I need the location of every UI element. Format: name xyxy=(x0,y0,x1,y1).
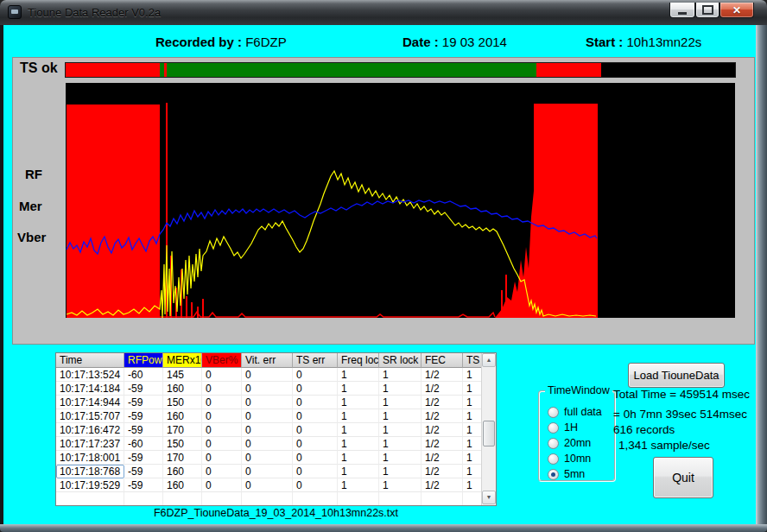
table-cell[interactable]: 0 xyxy=(202,451,242,465)
table-cell[interactable]: 1 xyxy=(338,478,379,492)
radio-option-20mn[interactable]: 20mn xyxy=(548,436,591,450)
table-cell[interactable]: 1 xyxy=(379,437,422,451)
table-row[interactable]: 10:17:18:001-59170000111/21 xyxy=(56,451,496,465)
table-cell[interactable]: 1 xyxy=(379,451,422,465)
table-cell[interactable]: -59 xyxy=(124,423,163,437)
table-cell[interactable]: -60 xyxy=(124,437,163,451)
load-tiounedata-button[interactable]: Load TiouneData xyxy=(628,363,725,388)
table-cell[interactable]: 0 xyxy=(293,465,338,478)
table-cell[interactable]: 0 xyxy=(293,368,338,382)
radio-icon[interactable] xyxy=(548,422,559,434)
table-cell[interactable]: 170 xyxy=(163,451,202,465)
table-cell[interactable]: 0 xyxy=(202,423,242,437)
table-cell[interactable]: 1/2 xyxy=(422,437,463,451)
table-cell[interactable]: 160 xyxy=(163,382,202,396)
table-cell[interactable]: 1 xyxy=(463,368,483,382)
table-cell[interactable]: 150 xyxy=(163,437,202,451)
table-cell[interactable]: 1 xyxy=(379,409,422,423)
table-cell[interactable]: -59 xyxy=(124,396,163,409)
table-cell[interactable]: 0 xyxy=(293,423,338,437)
table-cell[interactable]: 1 xyxy=(338,368,379,382)
table-cell[interactable]: 10:17:15:707 xyxy=(56,409,124,423)
table-cell[interactable]: 10:17:19:529 xyxy=(56,478,124,492)
column-header-rfpower[interactable]: RFPower xyxy=(124,353,163,368)
table-cell[interactable]: 1/2 xyxy=(422,368,463,382)
column-header-merx10[interactable]: MERx10 xyxy=(163,353,202,368)
table-cell[interactable]: -59 xyxy=(124,451,163,465)
radio-option-10mn[interactable]: 10mn xyxy=(548,452,591,466)
table-row[interactable]: 10:17:17:237-60150000111/21 xyxy=(56,437,496,451)
column-header-vit-err[interactable]: Vit. err xyxy=(242,353,293,368)
table-cell[interactable]: 0 xyxy=(293,451,338,465)
table-cell[interactable]: 1/2 xyxy=(422,451,463,465)
table-cell[interactable]: 0 xyxy=(202,465,242,478)
table-cell[interactable]: 0 xyxy=(202,437,242,451)
table-cell[interactable]: 0 xyxy=(293,478,338,492)
table-cell[interactable]: 1 xyxy=(379,396,422,409)
table-cell[interactable]: 160 xyxy=(163,465,202,478)
table-cell[interactable]: 0 xyxy=(242,437,293,451)
table-cell[interactable]: 10:17:14:944 xyxy=(56,396,124,409)
radio-option-1h[interactable]: 1H xyxy=(548,421,578,434)
radio-option-full-data[interactable]: full data xyxy=(548,405,602,419)
table-cell[interactable]: 0 xyxy=(202,396,242,409)
table-cell[interactable]: 1/2 xyxy=(422,396,463,409)
quit-button[interactable]: Quit xyxy=(653,457,713,498)
column-header-vber-[interactable]: VBer% xyxy=(202,353,242,368)
table-row[interactable]: 10:17:14:184-59160000111/21 xyxy=(56,382,496,396)
table-cell[interactable]: 1 xyxy=(379,465,422,478)
table-cell[interactable]: 1/2 xyxy=(422,382,463,396)
table-cell[interactable]: 10:17:16:472 xyxy=(56,423,124,437)
data-table[interactable]: TimeRFPowerMERx10VBer%Vit. errTS errFreq… xyxy=(55,352,497,506)
table-cell[interactable]: -60 xyxy=(124,368,163,382)
table-cell[interactable]: 1 xyxy=(463,451,483,465)
table-cell[interactable]: 10:17:18:768 xyxy=(56,465,124,478)
table-cell[interactable]: 0 xyxy=(242,409,293,423)
table-cell[interactable]: 1 xyxy=(338,451,379,465)
table-cell[interactable]: 150 xyxy=(163,396,202,409)
table-cell[interactable]: 0 xyxy=(202,409,242,423)
table-row[interactable]: 10:17:14:944-59150000111/21 xyxy=(56,396,496,409)
close-button[interactable]: ✕ xyxy=(719,3,754,18)
table-cell[interactable]: 0 xyxy=(293,382,338,396)
table-cell[interactable]: 0 xyxy=(242,478,293,492)
table-cell[interactable]: 160 xyxy=(163,478,202,492)
table-cell[interactable]: 1 xyxy=(379,423,422,437)
table-cell[interactable]: 0 xyxy=(242,368,293,382)
minimize-button[interactable] xyxy=(669,3,695,18)
table-cell[interactable]: 1/2 xyxy=(422,423,463,437)
table-row[interactable]: 10:17:13:524-60145000111/21 xyxy=(56,368,496,382)
table-cell[interactable]: 1 xyxy=(338,409,379,423)
table-cell[interactable]: 1 xyxy=(338,382,379,396)
table-cell[interactable]: 1 xyxy=(463,437,483,451)
column-header-ts-err[interactable]: TS err xyxy=(293,353,338,368)
table-cell[interactable]: 145 xyxy=(163,368,202,382)
table-cell[interactable]: 0 xyxy=(293,437,338,451)
column-header-fec[interactable]: FEC xyxy=(422,353,463,368)
table-vscrollbar[interactable]: ▲ ▼ xyxy=(481,353,496,505)
table-cell[interactable]: 1/2 xyxy=(422,465,463,478)
table-cell[interactable]: 1 xyxy=(463,478,483,492)
table-cell[interactable]: -59 xyxy=(124,382,163,396)
radio-icon[interactable] xyxy=(548,407,559,418)
column-header-ts-ok[interactable]: TS OK xyxy=(463,353,483,368)
table-cell[interactable]: 1 xyxy=(379,478,422,492)
table-cell[interactable]: 1 xyxy=(379,368,422,382)
scroll-thumb[interactable] xyxy=(483,421,495,446)
table-cell[interactable]: -59 xyxy=(124,409,163,423)
table-cell[interactable]: 1 xyxy=(463,423,483,437)
table-row[interactable]: 10:17:16:472-59170000111/21 xyxy=(56,423,496,437)
table-cell[interactable]: 0 xyxy=(202,478,242,492)
maximize-button[interactable] xyxy=(695,3,719,18)
table-cell[interactable]: 0 xyxy=(242,451,293,465)
table-cell[interactable]: 1 xyxy=(379,382,422,396)
table-cell[interactable]: 0 xyxy=(242,465,293,478)
table-cell[interactable]: 1 xyxy=(463,465,483,478)
table-cell[interactable]: 1 xyxy=(338,396,379,409)
table-cell[interactable]: 170 xyxy=(163,423,202,437)
table-row[interactable]: 10:17:18:768-59160000111/21 xyxy=(56,465,496,478)
scroll-up-button[interactable]: ▲ xyxy=(482,353,496,367)
table-cell[interactable]: 0 xyxy=(202,382,242,396)
table-cell[interactable]: 10:17:13:524 xyxy=(56,368,124,382)
table-cell[interactable]: 0 xyxy=(242,382,293,396)
